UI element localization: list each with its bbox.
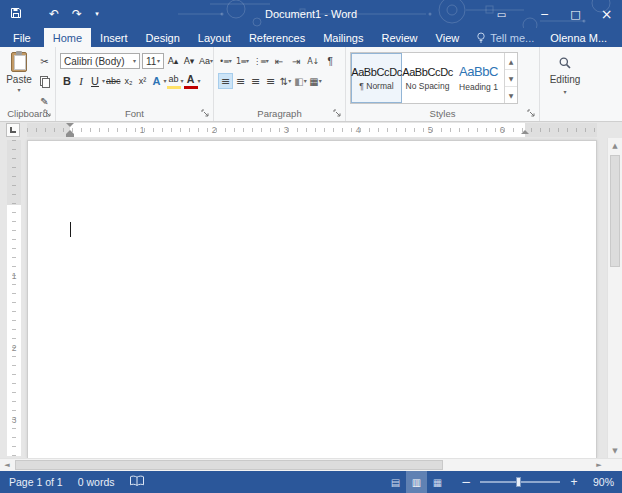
shrink-font-button[interactable]: A▾: [182, 53, 196, 69]
tab-stop-selector[interactable]: [6, 123, 20, 137]
highlight-button[interactable]: ab: [167, 73, 181, 89]
justify-button[interactable]: ≡: [263, 73, 278, 89]
font-size-combobox[interactable]: 11 ▾: [142, 53, 164, 69]
style-normal[interactable]: AaBbCcDc ¶ Normal: [351, 53, 402, 103]
align-left-button[interactable]: ≡: [218, 73, 233, 89]
tab-insert[interactable]: Insert: [91, 28, 137, 47]
close-button[interactable]: ×: [591, 0, 622, 28]
paragraph-row-1: •≡▾ 1≡▾ ⋮≡▾ ⇤ ⇥ A↓ ¶: [218, 53, 338, 69]
lightbulb-icon: [476, 32, 486, 44]
tab-file[interactable]: File: [0, 28, 44, 47]
horizontal-scrollbar-thumb[interactable]: [15, 460, 443, 470]
scroll-down-button[interactable]: ▼: [608, 443, 622, 458]
font-color-dropdown-icon[interactable]: ▾: [198, 78, 201, 84]
style-heading-1[interactable]: AaBbC Heading 1: [453, 53, 504, 103]
strikethrough-button[interactable]: abc: [105, 73, 122, 89]
format-painter-button[interactable]: ✎: [37, 94, 52, 108]
ribbon-display-options-button[interactable]: ▭: [486, 0, 517, 28]
tab-design[interactable]: Design: [137, 28, 189, 47]
style-normal-name: ¶ Normal: [359, 81, 393, 91]
font-row-2: B I U ▾ abc x₂ x² A ▾ ab ▾ A ▾: [60, 73, 201, 89]
paste-button[interactable]: Paste ▾: [4, 52, 34, 104]
zoom-slider[interactable]: [480, 481, 560, 483]
style-no-spacing[interactable]: AaBbCcDc No Spacing: [402, 53, 453, 103]
ruler-number: 2: [210, 125, 219, 135]
vertical-scrollbar-thumb[interactable]: [610, 155, 620, 267]
italic-button[interactable]: I: [74, 73, 88, 89]
line-spacing-button[interactable]: ⇅▾: [278, 73, 293, 89]
styles-scroll-up-button[interactable]: ▲: [505, 53, 517, 70]
word-count-status[interactable]: 0 words: [78, 476, 115, 488]
scroll-right-button[interactable]: ►: [592, 459, 606, 471]
font-dialog-launcher[interactable]: [201, 109, 210, 118]
sort-button[interactable]: A↓: [306, 53, 321, 69]
font-group: Calibri (Body) ▾ 11 ▾ A▴ A▾ Aa▾ B I U ▾ …: [56, 47, 214, 121]
font-name-combobox[interactable]: Calibri (Body) ▾: [60, 53, 140, 69]
increase-indent-button[interactable]: ⇥: [289, 53, 304, 69]
underline-button[interactable]: U: [88, 73, 102, 89]
first-line-indent-marker[interactable]: [66, 123, 74, 127]
bold-button[interactable]: B: [60, 73, 74, 89]
editing-menu-button[interactable]: Editing ▾: [540, 56, 590, 95]
change-case-button[interactable]: Aa▾: [198, 53, 214, 69]
left-tab-stop-icon: [10, 127, 16, 133]
maximize-button[interactable]: □: [560, 0, 591, 28]
tell-me-box[interactable]: Tell me...: [468, 28, 542, 47]
subscript-button[interactable]: x₂: [122, 73, 136, 89]
styles-dialog-launcher[interactable]: [527, 109, 536, 118]
show-hide-formatting-button[interactable]: ¶: [323, 53, 338, 69]
user-account[interactable]: Olenna M...: [542, 28, 615, 47]
right-indent-marker[interactable]: [521, 130, 529, 134]
paragraph-dialog-launcher[interactable]: [333, 109, 342, 118]
vertical-scrollbar[interactable]: ▲ ▼: [607, 138, 622, 458]
zoom-slider-thumb[interactable]: [516, 477, 521, 487]
font-name-dropdown-icon: ▾: [133, 58, 136, 64]
tab-references[interactable]: References: [240, 28, 314, 47]
styles-more-button[interactable]: ▼: [505, 87, 517, 103]
bullets-dropdown-icon: ▾: [229, 58, 232, 64]
web-layout-button[interactable]: ▦: [427, 471, 448, 493]
print-layout-button[interactable]: ▥: [406, 471, 427, 493]
align-center-button[interactable]: ≡: [233, 73, 248, 89]
shading-button[interactable]: ◧▾: [293, 73, 308, 89]
left-indent-marker[interactable]: [66, 134, 74, 137]
ruler-number: 5: [426, 125, 435, 135]
read-mode-button[interactable]: ▤: [385, 471, 406, 493]
align-right-button[interactable]: ≡: [248, 73, 263, 89]
tab-review[interactable]: Review: [373, 28, 427, 47]
text-effects-button[interactable]: A: [150, 73, 164, 89]
cut-button[interactable]: ✂: [37, 54, 52, 68]
zoom-in-button[interactable]: +: [567, 475, 581, 489]
zoom-percentage[interactable]: 90%: [588, 476, 614, 488]
page-number-status[interactable]: Page 1 of 1: [9, 476, 63, 488]
tab-home[interactable]: Home: [44, 28, 91, 47]
proofing-status[interactable]: [129, 475, 145, 489]
superscript-button[interactable]: x²: [136, 73, 150, 89]
share-button[interactable]: Share: [615, 28, 622, 47]
horizontal-scrollbar[interactable]: ◄ ►: [0, 458, 622, 471]
styles-scroll-down-button[interactable]: ▼: [505, 70, 517, 87]
decrease-indent-button[interactable]: ⇤: [272, 53, 287, 69]
paragraph-row-2: ≡ ≡ ≡ ≡ ⇅▾ ◧▾ ▦▾: [218, 73, 323, 89]
numbering-button[interactable]: 1≡▾: [235, 53, 250, 69]
borders-button[interactable]: ▦▾: [308, 73, 323, 89]
numbering-icon: 1≡: [236, 57, 246, 66]
grow-font-button[interactable]: A▴: [166, 53, 180, 69]
bullets-button[interactable]: •≡▾: [218, 53, 233, 69]
multilevel-list-button[interactable]: ⋮≡▾: [252, 53, 270, 69]
minimize-button[interactable]: ─: [529, 0, 560, 28]
tab-layout[interactable]: Layout: [189, 28, 240, 47]
line-spacing-dropdown-icon: ▾: [288, 78, 291, 84]
status-bar-left: Page 1 of 1 0 words: [0, 475, 145, 489]
editing-label: Editing: [550, 74, 581, 85]
tab-view[interactable]: View: [427, 28, 469, 47]
font-color-button[interactable]: A: [184, 73, 198, 89]
document-page[interactable]: [27, 140, 597, 458]
word-application-window: ↶ ↷ ▾ Document1 - Word ▭ ─ □ × File Home…: [0, 0, 622, 493]
zoom-out-button[interactable]: −: [459, 475, 473, 489]
tab-mailings[interactable]: Mailings: [314, 28, 372, 47]
clipboard-dialog-launcher[interactable]: [43, 109, 52, 118]
scroll-up-button[interactable]: ▲: [608, 138, 622, 153]
scroll-left-button[interactable]: ◄: [0, 459, 14, 471]
copy-button[interactable]: [37, 74, 52, 88]
